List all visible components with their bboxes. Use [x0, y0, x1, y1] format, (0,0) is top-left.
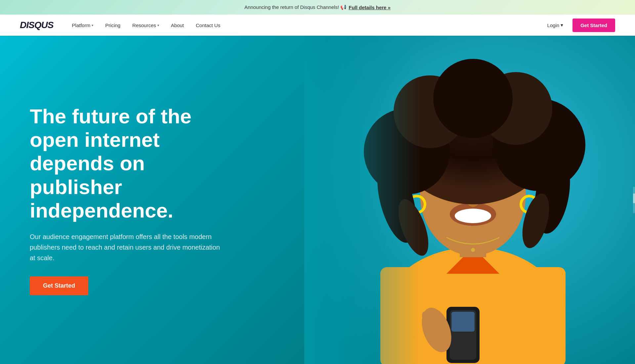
- get-started-nav-button[interactable]: Get Started: [572, 19, 615, 32]
- nav-label-platform: Platform: [72, 22, 90, 28]
- announcement-link[interactable]: Full details here »: [349, 5, 391, 10]
- nav-label-contact: Contact Us: [196, 22, 220, 28]
- chevron-down-icon: ▾: [92, 23, 93, 27]
- nav-label-pricing: Pricing: [105, 22, 120, 28]
- nav-label-about: About: [171, 22, 184, 28]
- announcement-bar: Announcing the return of Disqus Channels…: [0, 0, 635, 15]
- login-label: Login: [547, 22, 559, 28]
- nav-item-platform[interactable]: Platform ▾: [66, 20, 99, 31]
- svg-point-29: [471, 248, 475, 252]
- logo[interactable]: DISQUS: [20, 20, 53, 30]
- announcement-text: Announcing the return of Disqus Channels…: [244, 4, 347, 10]
- svg-rect-32: [451, 312, 475, 332]
- nav-links: Platform ▾ Pricing Resources ▾ About Con…: [66, 20, 542, 31]
- nav-item-contact[interactable]: Contact Us: [190, 20, 226, 31]
- login-button[interactable]: Login ▾: [542, 20, 569, 31]
- nav-item-about[interactable]: About: [166, 20, 189, 31]
- hero-subtitle: Our audience engagement platform offers …: [30, 231, 222, 263]
- nav-item-pricing[interactable]: Pricing: [100, 20, 126, 31]
- nav-right: Login ▾ Get Started: [542, 19, 615, 32]
- hero-photo: [304, 36, 635, 364]
- hero-section: The future of the open internet depends …: [0, 36, 635, 364]
- scroll-indicator[interactable]: [633, 187, 635, 213]
- nav-label-resources: Resources: [132, 22, 156, 28]
- get-started-hero-button[interactable]: Get Started: [30, 276, 88, 295]
- svg-rect-35: [304, 36, 420, 364]
- svg-point-8: [455, 209, 491, 223]
- scroll-thumb: [633, 193, 635, 203]
- chevron-down-icon-login: ▾: [561, 22, 563, 28]
- hero-content: The future of the open internet depends …: [0, 104, 232, 295]
- chevron-down-icon-resources: ▾: [157, 23, 159, 27]
- nav-item-resources[interactable]: Resources ▾: [127, 20, 164, 31]
- hero-image: [304, 36, 635, 364]
- svg-point-24: [433, 59, 513, 138]
- hero-title: The future of the open internet depends …: [30, 104, 232, 222]
- navbar: DISQUS Platform ▾ Pricing Resources ▾ Ab…: [0, 15, 635, 36]
